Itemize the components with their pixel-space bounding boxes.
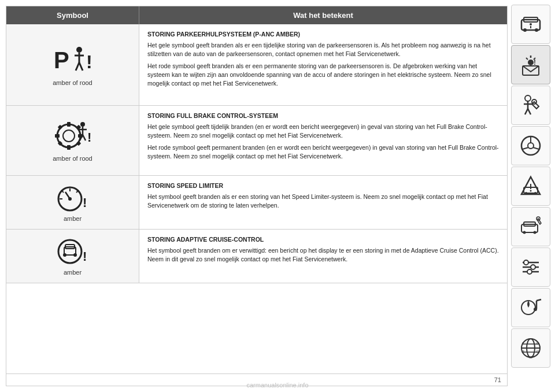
svg-point-74: [524, 260, 528, 265]
svg-text:!: !: [83, 249, 87, 264]
table-row: ! amber of rood STORING FULL BRAKE CONTR…: [6, 106, 507, 176]
svg-text:!: !: [534, 58, 536, 66]
symbol-cell-1: P ! amber of rood: [6, 24, 139, 105]
sidebar-item-car-tools[interactable]: [511, 207, 550, 246]
svg-point-69: [534, 231, 536, 234]
svg-text:D: D: [536, 350, 539, 353]
sidebar-item-nav-music[interactable]: [511, 288, 550, 327]
svg-text:Z: Z: [522, 342, 524, 345]
svg-rect-9: [67, 122, 71, 127]
svg-line-59: [533, 147, 539, 149]
svg-point-17: [80, 122, 85, 127]
description-cell-2: STORING FULL BRAKE CONTROL-SYSTEEM Het g…: [139, 106, 507, 175]
settings-list-icon: [519, 256, 542, 279]
svg-point-1: [76, 47, 82, 53]
section-title-4: STORING ADAPTIVE CRUISE-CONTROL: [147, 235, 499, 244]
section-title-2: STORING FULL BRAKE CONTROL-SYSTEEM: [147, 112, 499, 120]
svg-point-39: [523, 28, 527, 32]
symbol-label-2: amber of rood: [53, 155, 92, 162]
svg-text:!: !: [87, 130, 91, 145]
svg-line-52: [525, 109, 528, 114]
svg-text:!: !: [86, 51, 92, 72]
svg-point-34: [63, 253, 66, 257]
svg-point-29: [68, 197, 72, 201]
svg-point-31: [58, 240, 82, 263]
symbol-label-4: amber: [64, 269, 82, 276]
section-title-3: STORING SPEED LIMITER: [147, 182, 499, 190]
svg-line-27: [76, 190, 79, 193]
svg-line-5: [79, 62, 83, 71]
svg-point-65: [530, 190, 532, 192]
svg-point-76: [527, 269, 532, 274]
description-cell-3: STORING SPEED LIMITER Het symbool geeft …: [139, 176, 507, 229]
svg-point-75: [531, 265, 535, 269]
svg-line-79: [536, 299, 541, 301]
table-row: P ! amber of rood STORING PARKEERHULPSYS…: [6, 24, 507, 106]
description-cell-4: STORING ADAPTIVE CRUISE-CONTROL Het symb…: [139, 230, 507, 283]
sidebar-item-settings-list[interactable]: [511, 247, 550, 287]
col-symbool-header: Symbool: [6, 6, 139, 24]
acc-icon: !: [54, 236, 91, 265]
parking-sensor-icon: P !: [53, 44, 93, 76]
desc-para-1-1: Het rode symbool geeft branden als er ee…: [147, 62, 499, 88]
svg-line-21: [83, 135, 86, 140]
person-wrench-icon: [519, 94, 542, 117]
svg-line-4: [76, 62, 79, 71]
symbol-label-3: amber: [64, 215, 82, 222]
desc-para-1-0: Het gele symbool geeft branden als er ee…: [147, 41, 499, 58]
watermark: carmanualsonline.info: [246, 382, 308, 389]
svg-point-62: [525, 192, 527, 194]
svg-point-80: [534, 308, 537, 311]
warning-mail-icon: !: [519, 53, 542, 76]
svg-rect-13: [57, 124, 62, 129]
svg-point-63: [534, 192, 536, 194]
col-wat-header: Wat het betekent: [139, 6, 507, 24]
desc-para-3-0: Het symbool geeft branden als er een sto…: [147, 193, 499, 210]
sidebar-item-person-wrench[interactable]: [511, 86, 550, 125]
svg-point-68: [523, 231, 526, 234]
svg-line-58: [523, 147, 528, 149]
sidebar-item-car-warning[interactable]: [511, 167, 550, 206]
sidebar-item-language[interactable]: Z B E D C T: [511, 328, 550, 368]
desc-para-2-0: Het gele symbool geeft tijdelijk branden…: [147, 123, 499, 140]
symbol-label-1: amber of rood: [53, 79, 92, 86]
svg-point-41: [530, 23, 532, 25]
car-info-icon: [519, 13, 542, 36]
sidebar-item-car-info[interactable]: [511, 5, 550, 44]
navigation-music-icon: [519, 296, 542, 319]
full-brake-svg: !: [53, 120, 93, 151]
sidebar-item-steering-wheel[interactable]: [511, 126, 550, 165]
svg-line-26: [61, 190, 64, 193]
desc-para-2-1: Het rode symbool geeft permanent branden…: [147, 143, 499, 161]
svg-point-40: [535, 28, 538, 32]
table-body: P ! amber of rood STORING PARKEERHULPSYS…: [6, 24, 507, 373]
section-title-1: STORING PARKEERHULPSYSTEEM (P-ANC AMBER): [147, 30, 499, 39]
svg-point-49: [525, 95, 531, 101]
svg-text:!: !: [83, 195, 87, 210]
svg-line-53: [528, 109, 531, 114]
svg-line-46: [526, 58, 528, 60]
car-tools-icon: [519, 215, 542, 238]
sidebar: !: [508, 0, 555, 392]
svg-rect-10: [67, 145, 71, 150]
svg-text:T: T: [531, 356, 533, 359]
symbol-cell-2: ! amber of rood: [6, 106, 139, 175]
speed-limiter-svg: !: [54, 183, 91, 212]
svg-text:B: B: [522, 350, 524, 353]
parking-fault-svg: P !: [53, 44, 93, 76]
svg-text:P: P: [54, 47, 69, 73]
table-row: ! amber STORING ADAPTIVE CRUISE-CONTROL …: [6, 230, 507, 283]
symbol-cell-4: ! amber: [6, 230, 139, 283]
acc-svg: !: [54, 236, 91, 265]
svg-text:E: E: [536, 342, 539, 345]
description-cell-1: STORING PARKEERHULPSYSTEEM (P-ANC AMBER)…: [139, 24, 507, 105]
svg-point-8: [63, 130, 75, 142]
svg-point-35: [73, 253, 77, 257]
car-warning-icon: [519, 175, 542, 198]
symbol-cell-3: ! amber: [6, 176, 139, 229]
table-row: ! amber STORING SPEED LIMITER Het symboo…: [6, 176, 507, 230]
sidebar-item-warning-mail[interactable]: !: [511, 45, 550, 84]
table-header: Symbool Wat het betekent: [6, 6, 507, 24]
full-brake-icon: !: [53, 120, 93, 151]
speed-limiter-icon: !: [54, 183, 91, 212]
